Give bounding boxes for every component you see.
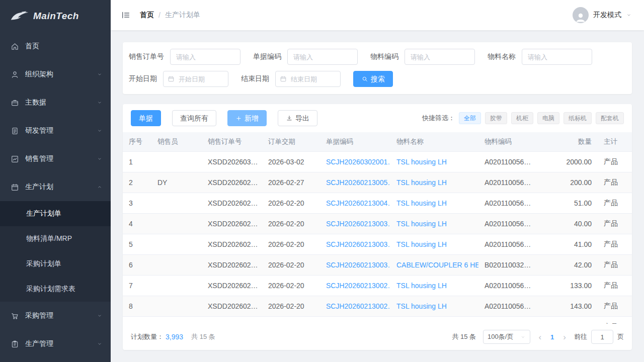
column-header: 销售订单号 [202, 132, 262, 151]
doc-no-link[interactable]: SCJH20260213003… [326, 261, 390, 269]
quick-filter-tag[interactable]: 胶带 [485, 112, 507, 124]
current-page[interactable]: 1 [549, 333, 555, 341]
prev-page-button[interactable]: ‹ [537, 333, 542, 341]
quick-filters: 快捷筛选： 全部胶带机柜电脑纸标机配套机 [422, 112, 624, 124]
quick-filter-tag[interactable]: 配套机 [596, 112, 624, 124]
sidebar-item-purchase-plan-demand[interactable]: 采购计划需求表 [0, 277, 111, 302]
cell-material-code: A020110056… [478, 234, 539, 254]
sidebar-item-production-plan-order[interactable]: 生产计划单 [0, 201, 111, 226]
breadcrumb: 首页 / 生产计划单 [140, 11, 200, 20]
material-name-link[interactable]: TSL housing LH [396, 282, 447, 290]
avatar[interactable] [573, 7, 589, 23]
cell-salesperson [151, 275, 202, 296]
table-panel: 单据 查询所有 新增 导出 快捷筛选： 全部胶带机柜电脑纸标机配 [123, 104, 632, 350]
sidebar: MainTech 首页组织架构主数据研发管理销售管理生产计划生产计划单物料清单/… [0, 0, 111, 362]
logo[interactable]: MainTech [0, 0, 111, 32]
table-row[interactable]: 2DYXSDD202602…2026-02-27SCJH20260213005…… [123, 172, 632, 193]
column-header: 主计 [598, 132, 632, 151]
material-name-link[interactable]: CABLEW/COUPLER 6 HE [396, 261, 478, 269]
next-page-button[interactable]: › [562, 333, 567, 341]
quick-filter-tag[interactable]: 机柜 [511, 112, 533, 124]
table-row[interactable]: 8XSDD202602…2026-02-20SCJH20260213002…TS… [123, 296, 632, 316]
material-name-link[interactable]: TSL housing LH [396, 302, 447, 310]
start-date-input[interactable] [163, 71, 228, 87]
doc-no-link[interactable]: SCJH20260213005… [326, 178, 390, 187]
table-row[interactable]: 1XSDD202603…2026-03-02SCJH20260302001…TS… [123, 151, 632, 172]
column-header: 数量 [539, 132, 598, 151]
chevron-down-icon [97, 71, 103, 77]
cell-sales-order-no: XSDD202602… [202, 316, 262, 324]
table-row[interactable]: 7XSDD202602…2026-02-20SCJH20260213002…TS… [123, 275, 632, 296]
sidebar-item-master-data[interactable]: 主数据 [0, 88, 111, 117]
sidebar-item-production-plan[interactable]: 生产计划 [0, 173, 111, 201]
plan-qty-label: 计划数量： [131, 332, 164, 341]
material-name-link[interactable]: TSL housing LH [396, 178, 447, 187]
home-icon [11, 42, 19, 51]
query-all-button[interactable]: 查询所有 [172, 110, 216, 126]
sidebar-item-home[interactable]: 首页 [0, 32, 111, 60]
collapse-menu-icon[interactable] [121, 10, 131, 20]
cell-doc-no: SCJH20260213002… [320, 275, 390, 296]
chevron-down-icon [97, 128, 103, 134]
end-date-input[interactable] [275, 71, 341, 87]
cell-qty: 2000.00 [539, 151, 598, 172]
chevron-down-icon [97, 100, 103, 106]
doc-no-link[interactable]: SCJH20260213003… [326, 220, 390, 228]
table-row[interactable]: 5XSDD202602…2026-02-20SCJH20260213003…TS… [123, 234, 632, 254]
sidebar-item-sales-management[interactable]: 销售管理 [0, 145, 111, 173]
chart-icon [11, 155, 19, 163]
table-header-row: 序号销售员销售订单号订单交期单据编码物料名称物料编码数量主计 [123, 132, 632, 151]
search-button[interactable]: 搜索 [353, 71, 393, 87]
material-name-link[interactable]: TSL housing LH [396, 158, 447, 166]
cell-due-date: 2026-02-20 [262, 316, 320, 324]
sidebar-item-org-structure[interactable]: 组织架构 [0, 60, 111, 88]
material-name-input[interactable] [522, 49, 592, 65]
user-mode-label[interactable]: 开发模式 [593, 11, 621, 20]
doc-button[interactable]: 单据 [131, 110, 161, 126]
doc-code-input[interactable] [287, 49, 358, 65]
cell-type: 产品 [598, 172, 632, 193]
sidebar-item-production-management[interactable]: 生产管理 [0, 330, 111, 358]
filter-field-doc-code: 单据编码 [253, 49, 358, 65]
sidebar-item-label: 生产计划 [25, 183, 91, 192]
pagination: 共 15 条 100条/页 ‹ 1 › 前往 页 [452, 330, 624, 344]
add-button[interactable]: 新增 [227, 110, 267, 126]
material-name-link[interactable]: TSL housing LH [396, 220, 447, 228]
cell-salesperson [151, 254, 202, 275]
breadcrumb-home[interactable]: 首页 [140, 11, 154, 20]
quick-filter-tag[interactable]: 纸标机 [564, 112, 592, 124]
doc-no-link[interactable]: SCJH20260213004… [326, 199, 390, 207]
quick-filter-tag[interactable]: 电脑 [537, 112, 559, 124]
goto-page-input[interactable] [591, 330, 613, 344]
cell-due-date: 2026-02-20 [262, 296, 320, 316]
cell-material-code: A020110056… [478, 213, 539, 234]
sidebar-item-purchase-management[interactable]: 采购管理 [0, 302, 111, 330]
sidebar-item-purchase-plan-order[interactable]: 采购计划单 [0, 251, 111, 277]
sales-order-no-input[interactable] [170, 49, 240, 65]
table-row[interactable]: 3XSDD202602…2026-02-20SCJH20260213004…TS… [123, 193, 632, 213]
cell-seq: 1 [123, 151, 151, 172]
chevron-down-icon[interactable] [626, 12, 632, 18]
quick-filter-tag[interactable]: 全部 [459, 112, 481, 124]
table-row[interactable]: 4XSDD202602…2026-02-20SCJH20260213003…TS… [123, 213, 632, 234]
table-row[interactable]: 9XSDD202602…2026-02-20SCJH20260213002…CA… [123, 316, 632, 324]
filter-field-material-name: 物料名称 [488, 49, 592, 65]
sidebar-item-bom-mrp[interactable]: 物料清单/MRP [0, 226, 111, 251]
material-name-link[interactable]: TSL housing LH [396, 240, 447, 248]
cell-type: 产品 [598, 213, 632, 234]
material-name-link[interactable]: TSL housing LH [396, 199, 447, 207]
cell-sales-order-no: XSDD202602… [202, 296, 262, 316]
table-row[interactable]: 6XSDD202602…2026-02-20SCJH20260213003…CA… [123, 254, 632, 275]
material-code-input[interactable] [405, 49, 475, 65]
export-button[interactable]: 导出 [278, 110, 317, 126]
table-scroll-area[interactable]: 序号销售员销售订单号订单交期单据编码物料名称物料编码数量主计 1XSDD2026… [123, 132, 632, 324]
doc-no-link[interactable]: SCJH20260302001… [326, 158, 390, 166]
doc-no-link[interactable]: SCJH20260213002… [326, 282, 390, 290]
cell-qty: 42.00 [539, 254, 598, 275]
page-size-select[interactable]: 100条/页 [483, 330, 530, 344]
cell-qty: 143.00 [539, 296, 598, 316]
cell-material-name: CABLEW/COUPLER 6 HE [390, 254, 478, 275]
sidebar-item-rd-management[interactable]: 研发管理 [0, 117, 111, 145]
doc-no-link[interactable]: SCJH20260213002… [326, 302, 390, 310]
doc-no-link[interactable]: SCJH20260213003… [326, 240, 390, 248]
